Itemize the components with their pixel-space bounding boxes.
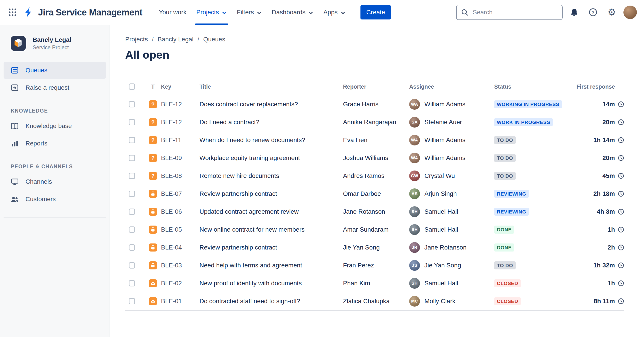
issue-key[interactable]: BLE-12 [161,119,200,126]
assignee-avatar: SA [409,117,420,128]
row-checkbox[interactable] [129,262,135,268]
issue-key[interactable]: BLE-11 [161,137,200,144]
request-type-icon [149,261,157,269]
assignee-cell: WA William Adams [409,99,494,110]
first-response-time: 14m [602,101,615,108]
first-response-time: 45m [602,172,615,179]
row-checkbox[interactable] [129,280,135,286]
notifications-icon[interactable] [567,5,582,20]
issue-title[interactable]: Need help with terms and agreement [200,262,343,269]
help-icon[interactable]: ? [586,5,600,20]
issue-title[interactable]: Review partnership contract [200,190,343,197]
app-logo[interactable]: Jira Service Management [23,7,142,18]
knowledge-base-icon [10,122,19,130]
nav-your-work[interactable]: Your work [154,0,191,25]
issue-key[interactable]: BLE-04 [161,244,200,251]
issue-key[interactable]: BLE-05 [161,226,200,233]
issue-title[interactable]: Does contract cover replacements? [200,101,343,108]
first-response-time: 2h 18m [594,190,615,197]
issue-title[interactable]: Do contracted staff need to sign-off? [200,298,343,305]
breadcrumb-queues[interactable]: Queues [203,36,225,43]
main-content: Projects Bancly Legal Queues All open T … [110,25,644,310]
row-checkbox[interactable] [129,119,135,125]
column-header-first-response[interactable]: First response [571,84,624,90]
sidebar-item-queues[interactable]: Queues [4,62,106,79]
nav-dashboards[interactable]: Dashboards [267,0,318,25]
table-row: BLE-03 Need help with terms and agreemen… [125,256,624,274]
column-header-type[interactable]: T [145,84,161,90]
breadcrumb-projects[interactable]: Projects [125,36,158,43]
issue-key[interactable]: BLE-12 [161,101,200,108]
sidebar-item-customers[interactable]: Customers [4,191,106,208]
first-response-cell: 20m [571,119,624,126]
first-response-time: 20m [602,154,615,162]
issue-key[interactable]: BLE-08 [161,172,200,179]
issue-title[interactable]: New online contract for new members [200,226,343,233]
issue-key[interactable]: BLE-01 [161,298,200,305]
row-checkbox[interactable] [129,226,135,233]
column-header-status[interactable]: Status [494,84,571,90]
svg-text:?: ? [592,10,594,15]
project-type: Service Project [33,44,71,51]
assignee-cell: WA William Adams [409,135,494,145]
issue-title[interactable]: Workplace equity traning agreement [200,154,343,162]
status-badge: TO DO [494,154,516,162]
assignee-cell: CW Crystal Wu [409,171,494,181]
assignee-name: Samuel Hall [424,280,458,287]
assignee-cell: SH Samuel Hall [409,278,494,289]
sidebar-item-knowledge-base[interactable]: Knowledge base [4,118,106,135]
issue-title[interactable]: When do I need to renew documents? [200,137,343,144]
column-header-assignee[interactable]: Assignee [409,84,494,90]
nav-filters[interactable]: Filters [232,0,267,25]
issue-title[interactable]: Remote new hire documents [200,172,343,179]
table-row: BLE-05 New online contract for new membe… [125,221,624,238]
clock-icon [618,119,624,126]
create-button[interactable]: Create [360,5,391,20]
nav-apps[interactable]: Apps [318,0,350,25]
request-type-icon [149,243,157,251]
row-checkbox[interactable] [129,191,135,197]
status-badge: TO DO [494,136,516,144]
nav-projects[interactable]: Projects [192,0,232,25]
row-checkbox[interactable] [129,298,135,304]
issue-key[interactable]: BLE-06 [161,208,200,215]
assignee-cell: MC Molly Clark [409,296,494,306]
column-header-title[interactable]: Title [200,84,343,90]
sidebar-item-reports[interactable]: Reports [4,135,106,152]
first-response-cell: 1h 14m [571,137,624,144]
first-response-cell: 1h [571,280,624,287]
search-input[interactable] [472,8,558,16]
row-checkbox[interactable] [129,155,135,161]
reporter-name: Andres Ramos [343,172,409,179]
issue-key[interactable]: BLE-03 [161,262,200,269]
column-header-reporter[interactable]: Reporter [343,84,409,90]
sidebar-item-raise-request[interactable]: Raise a request [4,79,106,96]
search-box[interactable] [456,5,562,20]
issue-title[interactable]: Do I need a contract? [200,119,343,126]
row-checkbox[interactable] [129,244,135,251]
issue-key[interactable]: BLE-09 [161,154,200,162]
clock-icon [618,137,624,143]
settings-gear-icon[interactable]: ⚙ [605,5,619,20]
row-checkbox[interactable] [129,137,135,143]
column-header-key[interactable]: Key [161,84,200,90]
assignee-avatar: JS [409,260,420,271]
issue-title[interactable]: Review partnership contract [200,244,343,251]
issue-title[interactable]: Updated contract agreement review [200,208,343,215]
project-header[interactable]: Bancly Legal Service Project [0,25,110,58]
row-checkbox[interactable] [129,101,135,107]
assignee-avatar: WA [409,153,420,163]
first-response-cell: 20m [571,154,624,162]
breadcrumb-project[interactable]: Bancly Legal [158,36,203,43]
sidebar-item-channels[interactable]: Channels [4,173,106,190]
issue-key[interactable]: BLE-02 [161,280,200,287]
issue-title[interactable]: New proof of identity with documents [200,280,343,287]
user-avatar[interactable] [624,6,637,19]
row-checkbox[interactable] [129,173,135,179]
app-switcher-icon[interactable] [5,5,20,20]
issue-key[interactable]: BLE-07 [161,190,200,197]
assignee-cell: JS Jie Yan Song [409,260,494,271]
select-all-checkbox[interactable] [129,84,135,90]
assignee-name: William Adams [424,137,466,144]
row-checkbox[interactable] [129,209,135,215]
